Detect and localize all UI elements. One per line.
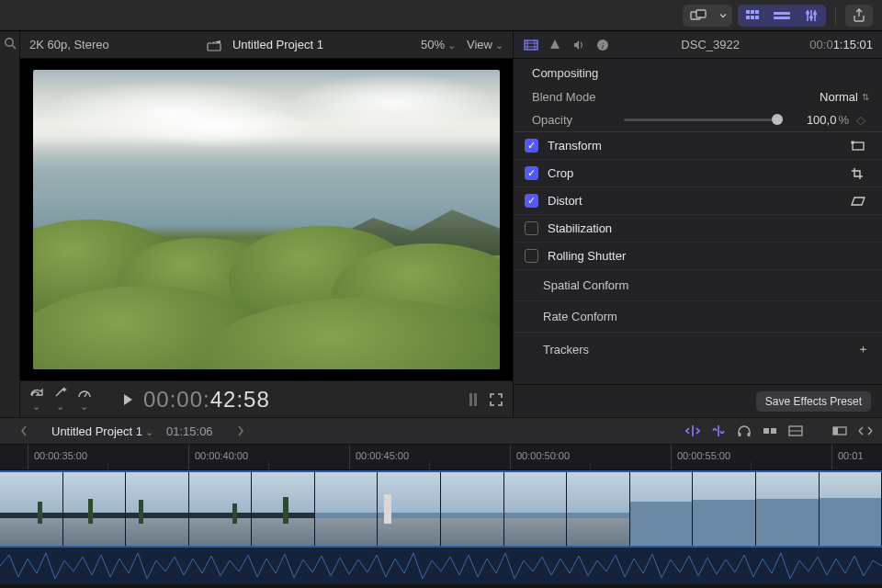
project-name-select[interactable]: Untitled Project 1 <box>51 424 153 438</box>
checkbox-icon[interactable]: ✓ <box>525 139 538 153</box>
row-spatial-conform[interactable]: Spatial Conform <box>514 269 882 300</box>
audio-track[interactable] <box>0 548 882 584</box>
opacity-label: Opacity <box>532 113 615 127</box>
toolbar-divider <box>835 6 836 25</box>
svg-rect-33 <box>852 141 854 143</box>
svg-rect-2 <box>746 10 750 14</box>
row-rate-conform[interactable]: Rate Conform <box>514 300 882 332</box>
nav-next[interactable] <box>226 425 255 436</box>
clip-thumbnail[interactable] <box>189 472 253 546</box>
timecode-display[interactable]: 00:00:42:58 <box>143 387 270 413</box>
svg-line-17 <box>12 45 16 49</box>
clip-thumbnail[interactable] <box>567 472 630 546</box>
headphones-icon <box>737 424 752 437</box>
audio-skimming-icon[interactable] <box>711 424 726 437</box>
opacity-slider[interactable] <box>624 119 783 121</box>
toggle-rolling-shutter[interactable]: Rolling Shutter <box>514 242 882 269</box>
search-icon[interactable] <box>4 37 17 50</box>
zoom-select[interactable]: 50% <box>421 38 456 51</box>
chevron-down-icon <box>719 12 727 19</box>
keyframe-icon[interactable]: ◇ <box>856 113 869 127</box>
blend-mode-row: Blend Mode Normal ⇅ <box>514 85 882 108</box>
svg-rect-37 <box>748 433 751 436</box>
play-icon[interactable] <box>121 392 134 407</box>
checkbox-icon[interactable] <box>525 221 538 235</box>
inspector-tab-audio[interactable] <box>571 37 587 53</box>
filmstrip-icon <box>524 39 538 51</box>
waveform-icon <box>0 548 882 584</box>
clip-thumbnail[interactable] <box>756 472 820 546</box>
svg-rect-6 <box>751 16 754 19</box>
toggle-distort[interactable]: ✓ Distort <box>514 187 882 214</box>
clip-thumbnail[interactable] <box>0 472 63 546</box>
checkbox-icon[interactable] <box>525 249 538 263</box>
app-toolbar <box>0 0 882 31</box>
video-track[interactable] <box>0 470 882 548</box>
time-ruler[interactable]: 00:00:35:00 00:00:40:00 00:00:45:00 00:0… <box>0 445 882 470</box>
svg-rect-39 <box>771 428 776 434</box>
chevron-left-icon <box>20 425 28 436</box>
updown-icon: ⇅ <box>862 92 869 102</box>
clip-thumbnail[interactable] <box>693 472 756 546</box>
checkbox-icon[interactable]: ✓ <box>525 194 538 208</box>
clip-thumbnail[interactable] <box>315 472 379 546</box>
toggle-transform[interactable]: ✓ Transform <box>514 131 882 159</box>
clip-thumbnail[interactable] <box>504 472 568 546</box>
inspector-tab-color[interactable] <box>547 37 563 53</box>
toggle-stabilization[interactable]: Stabilization <box>514 214 882 242</box>
arrow-redo-icon <box>29 386 44 399</box>
view-select[interactable]: View <box>467 38 503 51</box>
svg-rect-5 <box>746 16 750 19</box>
layout-dropdown[interactable] <box>714 5 732 27</box>
inspector-tab-info[interactable]: i <box>594 37 611 53</box>
toggle-crop[interactable]: ✓ Crop <box>514 159 882 187</box>
timeline-index-icon[interactable] <box>788 425 803 436</box>
zoom-fit-icon[interactable] <box>858 425 873 436</box>
svg-rect-18 <box>208 43 220 51</box>
timeline[interactable] <box>0 470 882 588</box>
list-row-icon <box>773 11 791 20</box>
svg-rect-25 <box>525 40 537 50</box>
grid-view-button[interactable] <box>738 5 767 27</box>
svg-rect-1 <box>696 10 706 17</box>
project-duration: 01:15:06 <box>166 424 213 438</box>
clip-thumbnail[interactable] <box>252 472 315 546</box>
tool-wand[interactable] <box>53 386 68 413</box>
clip-thumbnail[interactable] <box>126 472 189 546</box>
tool-redo[interactable] <box>29 386 44 413</box>
svg-rect-3 <box>751 10 754 14</box>
svg-rect-9 <box>774 17 790 19</box>
tool-retime[interactable] <box>77 386 92 413</box>
clip-appearance-icon[interactable] <box>832 425 847 436</box>
speaker-icon <box>572 39 585 51</box>
snapping-icon[interactable] <box>763 425 777 436</box>
svg-rect-24 <box>474 393 477 406</box>
fullscreen-icon[interactable] <box>489 392 503 407</box>
clip-thumbnail[interactable] <box>378 472 441 546</box>
project-title: Untitled Project 1 <box>232 38 323 51</box>
list-view-button[interactable] <box>767 5 797 27</box>
colorwheel-icon <box>548 39 561 51</box>
plus-icon[interactable]: ＋ <box>857 341 869 357</box>
clip-thumbnail[interactable] <box>63 472 127 546</box>
parallelogram-icon <box>851 196 869 207</box>
clip-name: DSC_3922 <box>618 38 802 51</box>
clip-thumbnail[interactable] <box>820 472 882 546</box>
blend-mode-select[interactable]: Normal ⇅ <box>820 90 869 104</box>
clip-thumbnail[interactable] <box>441 472 504 546</box>
share-button[interactable] <box>845 5 873 27</box>
opacity-value[interactable]: 100,0% <box>790 113 849 127</box>
inspector-button[interactable] <box>797 5 826 27</box>
skimming-icon[interactable] <box>685 424 700 437</box>
solo-icon[interactable] <box>737 424 752 437</box>
clip-thumbnail[interactable] <box>630 472 694 546</box>
nav-prev[interactable] <box>9 425 39 436</box>
row-trackers[interactable]: Trackers ＋ <box>514 332 882 366</box>
audio-meter-icon[interactable] <box>467 391 480 408</box>
checkbox-icon[interactable]: ✓ <box>525 166 538 180</box>
inspector-tab-video[interactable] <box>523 37 539 53</box>
layout-button[interactable] <box>683 5 714 27</box>
save-effects-preset-button[interactable]: Save Effects Preset <box>756 391 871 412</box>
blend-mode-label: Blend Mode <box>532 90 615 104</box>
viewer-canvas[interactable] <box>33 70 500 369</box>
